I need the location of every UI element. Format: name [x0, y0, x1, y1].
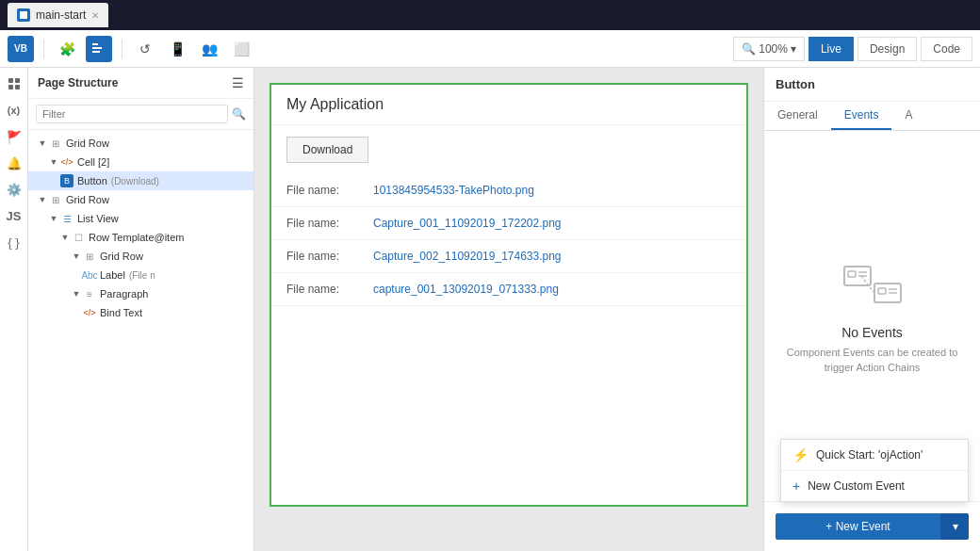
- sidebar-icon-js[interactable]: JS: [2, 203, 26, 228]
- sidebar-icon-braces[interactable]: { }: [2, 230, 26, 254]
- tree-label-bind-text: Bind Text: [100, 307, 142, 318]
- tree-label-grid-row-2: Grid Row: [66, 194, 109, 205]
- canvas-header: My Application: [271, 85, 746, 125]
- structure-panel: Page Structure ☰ 🔍 ▼ ⊞ Grid Row ▼: [28, 68, 254, 551]
- panel-title: Page Structure: [38, 76, 118, 89]
- no-events-title: No Events: [841, 325, 903, 340]
- new-event-button[interactable]: + New Event: [776, 513, 940, 540]
- tree-item-paragraph[interactable]: ▼ ≡ Paragraph: [28, 284, 253, 303]
- svg-rect-2: [92, 47, 102, 49]
- tree-item-list-view[interactable]: ▼ ☰ List View: [28, 209, 253, 228]
- puzzle-icon[interactable]: 🧩: [54, 36, 80, 62]
- file-label-3: File name:: [286, 250, 362, 263]
- tree-label-row-template: Row Template@item: [89, 232, 184, 243]
- tree-label-paragraph: Paragraph: [100, 288, 148, 300]
- file-label-4: File name:: [286, 283, 362, 296]
- hamburger-icon[interactable]: ☰: [232, 75, 244, 90]
- tree-icon-grid-2: ⊞: [49, 193, 62, 206]
- zoom-arrow: ▾: [791, 42, 796, 56]
- main-layout: (x) 🚩 🔔 ⚙️ JS { } Page Structure ☰ 🔍 ▼ ⊞…: [0, 68, 980, 551]
- tree-item-bind-text[interactable]: </> Bind Text: [28, 303, 253, 322]
- tree-badge-label: (File n: [129, 270, 155, 281]
- app-title: My Application: [286, 96, 384, 112]
- new-custom-event-label: New Custom Event: [808, 479, 905, 493]
- tree-icon-bind: </>: [83, 306, 96, 319]
- tree-item-grid-row-inner[interactable]: ▼ ⊞ Grid Row: [28, 247, 253, 266]
- mobile-icon[interactable]: 📱: [164, 36, 190, 62]
- tree-label-grid-inner: Grid Row: [100, 251, 143, 262]
- file-row-3: File name: Capture_002_11092019_174633.p…: [271, 240, 746, 273]
- search-icon[interactable]: 🔍: [232, 107, 246, 121]
- tree-icon-code: </>: [60, 155, 74, 169]
- tab-general[interactable]: General: [764, 102, 831, 130]
- right-panel-tabs: General Events A: [764, 102, 980, 131]
- right-panel-title: Button: [776, 77, 815, 91]
- tree-icon-para: ≡: [83, 287, 96, 300]
- file-value-3: Capture_002_11092019_174633.png: [373, 250, 562, 263]
- design-mode-btn[interactable]: Design: [858, 37, 917, 61]
- tab-close-icon[interactable]: ✕: [91, 10, 99, 21]
- tree-icon-list: ☰: [60, 212, 74, 225]
- toolbar-sep-1: [43, 40, 44, 58]
- live-mode-btn[interactable]: Live: [808, 37, 854, 61]
- zoom-value: 100%: [759, 42, 788, 56]
- tree-item-grid-row-1[interactable]: ▼ ⊞ Grid Row: [28, 134, 253, 153]
- tab-a[interactable]: A: [891, 102, 925, 130]
- tree-arrow-inner: ▼: [72, 251, 81, 261]
- tab-bar: main-start ✕: [0, 0, 980, 30]
- sidebar-icon-gear[interactable]: ⚙️: [2, 177, 26, 202]
- tree-arrow-2: ▼: [38, 195, 47, 204]
- tree-arrow-cell: ▼: [49, 157, 58, 167]
- svg-rect-0: [20, 11, 27, 19]
- quick-start-option[interactable]: ⚡ Quick Start: 'ojAction': [781, 440, 968, 470]
- canvas-frame: My Application Download File name: 10138…: [270, 83, 748, 507]
- tree-item-row-template[interactable]: ▼ ☐ Row Template@item: [28, 228, 253, 247]
- file-label-1: File name:: [286, 184, 362, 197]
- refresh-icon[interactable]: ↺: [132, 36, 158, 62]
- svg-rect-4: [8, 78, 13, 83]
- sidebar-icon-bell[interactable]: 🔔: [2, 151, 26, 175]
- tree-structure: ▼ ⊞ Grid Row ▼ </> Cell [2] B: [28, 130, 253, 551]
- tree-item-button[interactable]: B Button (Download): [28, 171, 253, 190]
- svg-rect-6: [8, 85, 13, 89]
- panel-header: Page Structure ☰: [28, 68, 253, 99]
- filter-input[interactable]: [36, 105, 228, 123]
- right-panel-header: Button: [764, 68, 980, 102]
- tree-icon-label: Abc: [83, 268, 96, 282]
- tree-label-button: Button: [77, 175, 107, 186]
- sidebar-icon-flag[interactable]: 🚩: [2, 124, 26, 149]
- file-table: File name: 1013845954533-TakePhoto.png F…: [271, 174, 746, 306]
- tree-icon-btn: B: [60, 174, 74, 187]
- tree-item-grid-row-2[interactable]: ▼ ⊞ Grid Row: [28, 190, 253, 209]
- svg-rect-7: [15, 85, 20, 89]
- file-value-4: capture_001_13092019_071333.png: [373, 283, 559, 296]
- code-mode-btn[interactable]: Code: [921, 37, 972, 61]
- main-tab[interactable]: main-start ✕: [8, 3, 108, 27]
- zoom-icon: 🔍: [742, 42, 756, 56]
- file-value-2: Capture_001_11092019_172202.png: [373, 217, 562, 230]
- toolbar-right: 🔍 100% ▾ Live Design Code: [733, 37, 972, 61]
- no-events-desc: Component Events can be created to trigg…: [783, 346, 961, 375]
- users-icon[interactable]: 👥: [196, 36, 222, 62]
- sidebar-icons: (x) 🚩 🔔 ⚙️ JS { }: [0, 68, 28, 551]
- tree-item-cell[interactable]: ▼ </> Cell [2]: [28, 153, 253, 171]
- layout-icon[interactable]: ⬜: [228, 36, 254, 62]
- file-row-4: File name: capture_001_13092019_071333.p…: [271, 273, 746, 306]
- tab-events[interactable]: Events: [831, 102, 892, 130]
- new-event-dropdown: ⚡ Quick Start: 'ojAction' + New Custom E…: [780, 439, 969, 502]
- sidebar-icon-variables[interactable]: (x): [2, 98, 26, 122]
- sidebar-icon-components[interactable]: [2, 72, 26, 96]
- download-button[interactable]: Download: [286, 137, 368, 163]
- tree-item-label[interactable]: Abc Label (File n: [28, 266, 253, 284]
- filter-bar: 🔍: [28, 99, 253, 130]
- zoom-control[interactable]: 🔍 100% ▾: [733, 37, 805, 61]
- new-event-arrow-button[interactable]: ▾: [940, 513, 969, 540]
- structure-icon[interactable]: [86, 36, 112, 62]
- file-value-1: 1013845954533-TakePhoto.png: [373, 184, 534, 197]
- new-custom-event-option[interactable]: + New Custom Event: [781, 471, 968, 501]
- svg-rect-5: [15, 78, 20, 83]
- tree-arrow-row-template: ▼: [60, 233, 70, 242]
- file-row-2: File name: Capture_001_11092019_172202.p…: [271, 207, 746, 240]
- tree-arrow-1: ▼: [38, 138, 47, 148]
- new-custom-event-icon: +: [792, 478, 800, 494]
